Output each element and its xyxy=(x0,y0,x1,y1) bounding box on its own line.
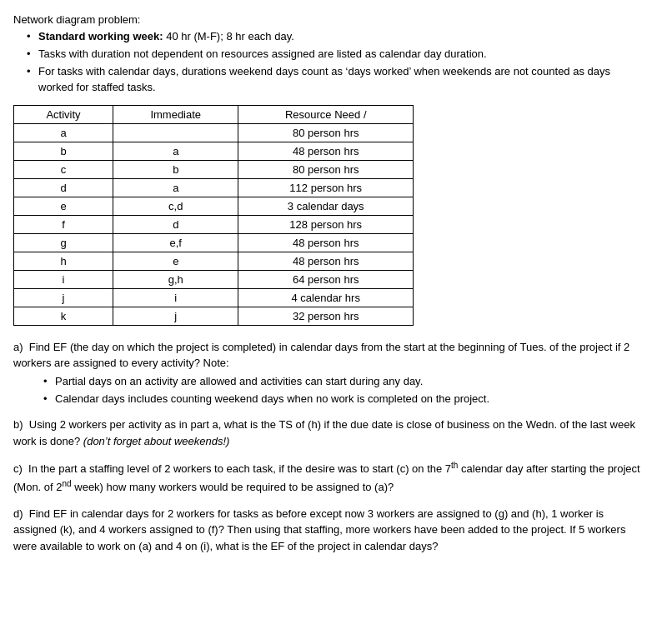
col-header-immediate: Immediate xyxy=(113,105,238,123)
table-row: fd128 person hrs xyxy=(14,215,414,233)
table-row: ig,h64 person hrs xyxy=(14,270,414,288)
cell-resource: 48 person hrs xyxy=(238,233,414,252)
cell-activity: i xyxy=(14,270,113,288)
intro-bullet-1: Standard working week: 40 hr (M-F); 8 hr… xyxy=(27,29,644,44)
question-c: c) In the part a staffing level of 2 wor… xyxy=(13,459,644,496)
cell-immediate: a xyxy=(113,178,238,197)
table-row: ba48 person hrs xyxy=(14,142,414,160)
bullet-bold-1: Standard working week: xyxy=(38,30,163,42)
table-row: cb80 person hrs xyxy=(14,160,414,178)
cell-immediate: i xyxy=(113,288,238,307)
col-header-resource: Resource Need / xyxy=(238,105,414,123)
question-b-text: b) Using 2 workers per activity as in pa… xyxy=(13,418,635,447)
table-row: a80 person hrs xyxy=(14,123,414,142)
cell-immediate: g,h xyxy=(113,270,238,288)
question-c-sup2: nd xyxy=(63,479,72,488)
question-d-text: d) Find EF in calendar days for 2 worker… xyxy=(13,507,625,552)
cell-activity: k xyxy=(14,307,113,325)
cell-activity: j xyxy=(14,288,113,307)
cell-resource: 32 person hrs xyxy=(238,307,414,325)
cell-resource: 80 person hrs xyxy=(238,160,414,178)
table-row: ec,d3 calendar days xyxy=(14,197,414,215)
question-a-bullet-1: Partial days on an activity are allowed … xyxy=(43,374,644,389)
intro-section: Network diagram problem: Standard workin… xyxy=(13,13,644,95)
table-row: he48 person hrs xyxy=(14,252,414,270)
header-title: Network diagram problem: xyxy=(13,13,644,26)
cell-resource: 48 person hrs xyxy=(238,252,414,270)
cell-activity: d xyxy=(14,178,113,197)
question-a-bullet-2: Calendar days includes counting weekend … xyxy=(43,392,644,407)
cell-activity: e xyxy=(14,197,113,215)
cell-immediate: d xyxy=(113,215,238,233)
cell-activity: g xyxy=(14,233,113,252)
cell-activity: h xyxy=(14,252,113,270)
cell-immediate xyxy=(113,123,238,142)
intro-bullets: Standard working week: 40 hr (M-F); 8 hr… xyxy=(13,29,644,95)
cell-immediate: j xyxy=(113,307,238,325)
cell-resource: 128 person hrs xyxy=(238,215,414,233)
col-header-activity: Activity xyxy=(14,105,113,123)
question-a-bullets: Partial days on an activity are allowed … xyxy=(13,374,644,407)
cell-resource: 4 calendar hrs xyxy=(238,288,414,307)
questions-section: a) Find EF (the day on which the project… xyxy=(13,339,644,555)
cell-immediate: e xyxy=(113,252,238,270)
cell-immediate: a xyxy=(113,142,238,160)
question-b-italic: (don’t forget about weekends!) xyxy=(83,435,230,447)
cell-resource: 48 person hrs xyxy=(238,142,414,160)
cell-activity: c xyxy=(14,160,113,178)
cell-immediate: b xyxy=(113,160,238,178)
cell-immediate: e,f xyxy=(113,233,238,252)
question-a-label: a) Find EF (the day on which the project… xyxy=(13,341,629,370)
cell-activity: a xyxy=(14,123,113,142)
table-row: kj32 person hrs xyxy=(14,307,414,325)
question-c-sup1: th xyxy=(451,461,458,470)
activity-table: Activity Immediate Resource Need / a80 p… xyxy=(13,105,414,326)
cell-immediate: c,d xyxy=(113,197,238,215)
cell-activity: b xyxy=(14,142,113,160)
question-c-text: c) In the part a staffing level of 2 wor… xyxy=(13,462,640,493)
table-row: ji4 calendar hrs xyxy=(14,288,414,307)
question-d: d) Find EF in calendar days for 2 worker… xyxy=(13,506,644,555)
cell-resource: 64 person hrs xyxy=(238,270,414,288)
question-a: a) Find EF (the day on which the project… xyxy=(13,339,644,407)
table-row: da112 person hrs xyxy=(14,178,414,197)
intro-bullet-3: For tasks with calendar days, durations … xyxy=(27,64,644,94)
table-row: ge,f48 person hrs xyxy=(14,233,414,252)
question-b: b) Using 2 workers per activity as in pa… xyxy=(13,417,644,449)
cell-resource: 3 calendar days xyxy=(238,197,414,215)
cell-activity: f xyxy=(14,215,113,233)
cell-resource: 112 person hrs xyxy=(238,178,414,197)
intro-bullet-2: Tasks with duration not dependent on res… xyxy=(27,47,644,62)
cell-resource: 80 person hrs xyxy=(238,123,414,142)
